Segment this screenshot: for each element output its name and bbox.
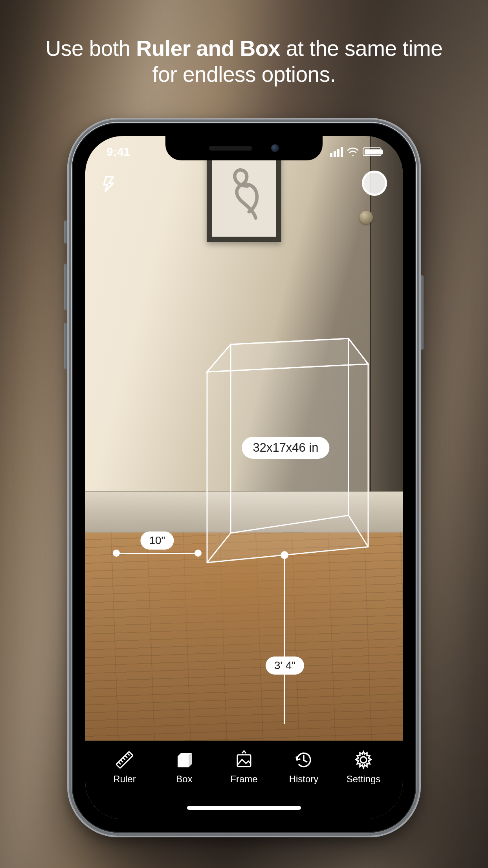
tab-ruler-label: Ruler — [113, 774, 136, 785]
history-icon — [293, 749, 314, 771]
frame-icon — [233, 749, 255, 771]
tab-frame[interactable]: Frame — [216, 749, 272, 785]
headline-bold: Ruler and Box — [136, 36, 280, 61]
box-dimensions-label[interactable]: 32x17x46 in — [242, 437, 329, 459]
battery-fill — [365, 149, 382, 154]
svg-marker-1 — [207, 364, 368, 563]
tab-settings[interactable]: Settings — [336, 749, 391, 785]
tab-box-label: Box — [176, 774, 192, 785]
svg-point-17 — [360, 757, 367, 763]
capture-button[interactable] — [362, 171, 387, 196]
status-time: 9:41 — [106, 145, 130, 158]
svg-line-8 — [118, 762, 121, 765]
ruler-short[interactable]: 10" — [112, 533, 202, 561]
tab-history-label: History — [289, 774, 319, 785]
gear-icon — [353, 749, 374, 771]
battery-icon — [363, 147, 382, 156]
phone-screen: 9:41 — [85, 136, 403, 819]
svg-line-10 — [123, 758, 125, 760]
ruler-long-endpoint[interactable] — [281, 551, 288, 559]
flash-icon — [101, 175, 118, 193]
tab-box[interactable]: Box — [157, 749, 212, 785]
svg-line-9 — [121, 760, 123, 762]
ampersand-icon — [222, 164, 266, 226]
tab-ruler[interactable]: Ruler — [97, 749, 152, 785]
svg-line-11 — [125, 756, 127, 758]
status-bar: 9:41 — [85, 143, 403, 160]
headline-prefix: Use both — [46, 36, 136, 61]
phone-bezel: 9:41 — [72, 123, 416, 833]
ruler-long-line — [284, 558, 285, 724]
status-right — [330, 147, 382, 157]
ruler-short-line — [116, 553, 198, 554]
ruler-icon — [114, 749, 135, 771]
marketing-headline: Use both Ruler and Box at the same time … — [0, 35, 488, 87]
ruler-long-label[interactable]: 3' 4" — [266, 657, 304, 675]
phone-mockup: 9:41 — [67, 118, 421, 837]
box-icon — [174, 749, 195, 771]
wifi-icon — [347, 147, 359, 156]
svg-marker-14 — [178, 756, 189, 767]
tab-settings-label: Settings — [347, 774, 381, 785]
ruler-short-label[interactable]: 10" — [140, 531, 174, 550]
tab-frame-label: Frame — [230, 774, 257, 785]
home-indicator[interactable] — [187, 806, 301, 810]
tab-history[interactable]: History — [276, 749, 331, 785]
scene-door-knob — [360, 211, 373, 224]
ruler-short-endpoint-b[interactable] — [194, 550, 202, 557]
ar-box-overlay[interactable]: 32x17x46 in — [199, 321, 372, 565]
phone-body: 9:41 — [67, 118, 421, 837]
ruler-long[interactable]: 3' 4" — [281, 551, 288, 724]
flash-toggle-button[interactable] — [101, 175, 118, 193]
scene-wall-picture — [207, 148, 281, 242]
ruler-short-endpoint-a[interactable] — [113, 550, 120, 557]
svg-line-12 — [127, 753, 130, 756]
cellular-icon — [330, 147, 343, 157]
